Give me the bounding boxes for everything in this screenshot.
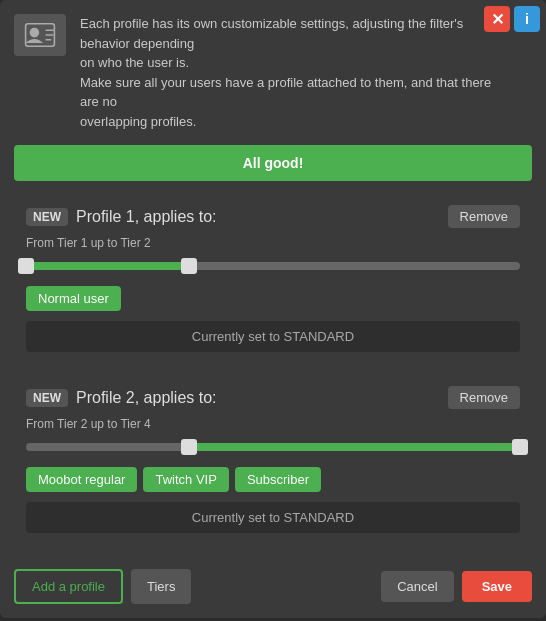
profile1-title: Profile 1, applies to: xyxy=(76,208,217,226)
profile1-tags: Normal user xyxy=(26,286,520,311)
header-section: Each profile has its own customizable se… xyxy=(0,0,546,145)
cancel-button[interactable]: Cancel xyxy=(381,571,453,602)
header-line2: on who the user is. xyxy=(80,55,189,70)
header-line4: overlapping profiles. xyxy=(80,114,196,129)
top-buttons: ✕ i xyxy=(484,6,540,32)
profile1-remove-button[interactable]: Remove xyxy=(448,205,520,228)
profile1-thumb-left[interactable] xyxy=(18,258,34,274)
action-bar-left: Add a profile Tiers xyxy=(14,569,191,604)
user-card-icon xyxy=(24,19,56,51)
action-bar: Add a profile Tiers Cancel Save xyxy=(0,557,546,618)
profile2-header: NEW Profile 2, applies to: Remove xyxy=(26,386,520,409)
profile1-thumb-right[interactable] xyxy=(181,258,197,274)
profile2-thumb-left[interactable] xyxy=(181,439,197,455)
svg-point-1 xyxy=(30,28,40,38)
profile1-badge: NEW xyxy=(26,208,68,226)
header-line3: Make sure all your users have a profile … xyxy=(80,75,491,110)
action-bar-right: Cancel Save xyxy=(381,571,532,602)
tag-normal-user: Normal user xyxy=(26,286,121,311)
profile1-section: NEW Profile 1, applies to: Remove From T… xyxy=(14,195,532,364)
header-line1: Each profile has its own customizable se… xyxy=(80,16,463,51)
profile2-tier-label: From Tier 2 up to Tier 4 xyxy=(26,417,520,431)
profile-icon xyxy=(14,14,66,56)
tag-moobot-regular: Moobot regular xyxy=(26,467,137,492)
modal: ✕ i Each profile has its own customizabl… xyxy=(0,0,546,618)
profile1-currently-set: Currently set to STANDARD xyxy=(26,321,520,352)
profile2-currently-set: Currently set to STANDARD xyxy=(26,502,520,533)
profile2-thumb-right[interactable] xyxy=(512,439,528,455)
add-profile-button[interactable]: Add a profile xyxy=(14,569,123,604)
profile1-slider[interactable] xyxy=(26,256,520,276)
profile2-badge: NEW xyxy=(26,389,68,407)
profile1-tier-label: From Tier 1 up to Tier 2 xyxy=(26,236,520,250)
profile2-section: NEW Profile 2, applies to: Remove From T… xyxy=(14,376,532,545)
save-button[interactable]: Save xyxy=(462,571,532,602)
tiers-button[interactable]: Tiers xyxy=(131,569,191,604)
profile2-slider[interactable] xyxy=(26,437,520,457)
profile1-title-group: NEW Profile 1, applies to: xyxy=(26,208,217,226)
profile2-title: Profile 2, applies to: xyxy=(76,389,217,407)
info-button[interactable]: i xyxy=(514,6,540,32)
profile1-header: NEW Profile 1, applies to: Remove xyxy=(26,205,520,228)
profile2-title-group: NEW Profile 2, applies to: xyxy=(26,389,217,407)
tag-subscriber: Subscriber xyxy=(235,467,321,492)
status-bar: All good! xyxy=(14,145,532,181)
close-button[interactable]: ✕ xyxy=(484,6,510,32)
profile2-remove-button[interactable]: Remove xyxy=(448,386,520,409)
tag-twitch-vip: Twitch VIP xyxy=(143,467,228,492)
header-text: Each profile has its own customizable se… xyxy=(80,14,496,131)
profile2-tags: Moobot regular Twitch VIP Subscriber xyxy=(26,467,520,492)
